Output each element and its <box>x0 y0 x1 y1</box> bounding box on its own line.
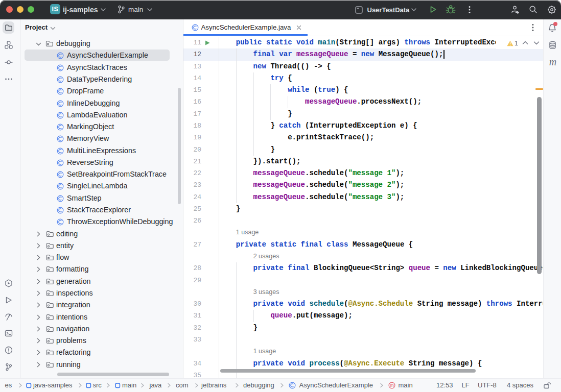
svg-text:m: m <box>390 383 394 388</box>
